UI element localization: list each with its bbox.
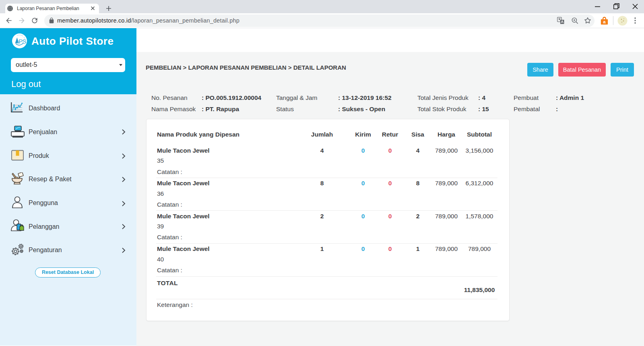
svg-text:a: a xyxy=(603,19,606,24)
